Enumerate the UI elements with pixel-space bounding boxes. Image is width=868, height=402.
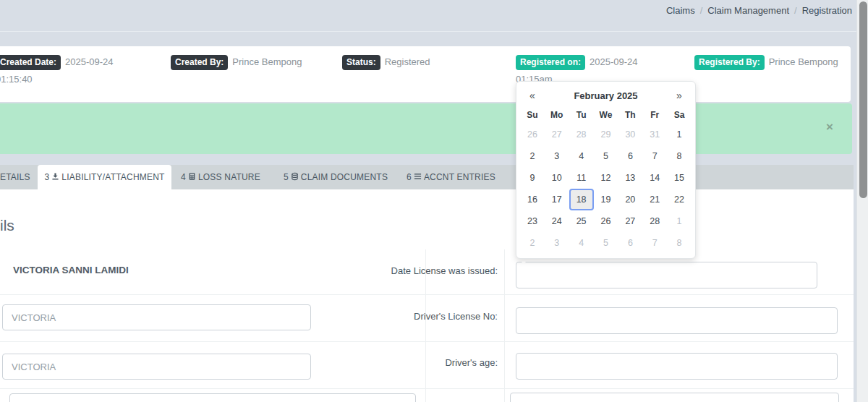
success-alert: × bbox=[0, 103, 852, 154]
tab-loss-nature[interactable]: 4LOSS NATURE bbox=[181, 165, 260, 189]
breadcrumb-separator: / bbox=[700, 5, 703, 16]
datepicker-popup: « February 2025 » SuMoTuWeThFrSa 2627282… bbox=[516, 81, 696, 259]
claims-registration-page: Claims/Claim Management/Registration Cre… bbox=[0, 0, 868, 402]
calendar-day[interactable]: 17 bbox=[545, 189, 569, 210]
calendar-day[interactable]: 8 bbox=[667, 232, 692, 254]
created-date-group: Created Date:2025-09-24 01:15:40 bbox=[0, 55, 114, 85]
registered-by-badge: Registered By: bbox=[694, 55, 765, 70]
calendar-day[interactable]: 8 bbox=[667, 145, 692, 167]
calendar-day[interactable]: 29 bbox=[594, 124, 618, 145]
calendar-day[interactable]: 5 bbox=[594, 232, 618, 254]
first-name-input[interactable] bbox=[2, 304, 311, 330]
calendar-day[interactable]: 24 bbox=[545, 210, 569, 232]
calendar-title[interactable]: February 2025 bbox=[545, 90, 667, 101]
tab-claim-documents[interactable]: 5CLAIM DOCUMENTS bbox=[273, 165, 398, 189]
created-date-value: 2025-09-24 bbox=[65, 56, 114, 67]
breadcrumb-item[interactable]: Registration bbox=[802, 5, 852, 16]
license-no-input[interactable] bbox=[516, 307, 838, 334]
calendar-dow: Su bbox=[520, 106, 545, 124]
tab-bar: ETAILS 3LIABILITY/ATTACHMENT 4LOSS NATUR… bbox=[0, 165, 854, 189]
scrollbar-thumb[interactable] bbox=[859, 1, 867, 198]
form-row-divider bbox=[0, 388, 854, 389]
bottom-right-input[interactable] bbox=[510, 393, 839, 402]
driver-age-label: Driver's age: bbox=[304, 357, 498, 368]
calendar-day[interactable]: 6 bbox=[618, 145, 642, 167]
calendar-day[interactable]: 7 bbox=[642, 232, 667, 254]
calendar-day[interactable]: 7 bbox=[642, 145, 667, 167]
calendar-day[interactable]: 9 bbox=[520, 167, 545, 189]
tab-liability-attachment[interactable]: 3LIABILITY/ATTACHMENT bbox=[38, 165, 171, 189]
calendar-day[interactable]: 30 bbox=[618, 124, 642, 145]
calendar-day[interactable]: 2 bbox=[520, 232, 545, 254]
calendar-day[interactable]: 27 bbox=[545, 124, 569, 145]
breadcrumb-separator: / bbox=[794, 5, 797, 16]
registered-by-group: Registered By:Prince Bempong bbox=[694, 55, 838, 70]
calendar-day[interactable]: 26 bbox=[594, 210, 618, 232]
calendar-day[interactable]: 28 bbox=[569, 124, 594, 145]
list-icon bbox=[412, 172, 424, 182]
date-license-input[interactable] bbox=[516, 262, 817, 288]
calendar-day[interactable]: 23 bbox=[520, 210, 545, 232]
breadcrumb-item[interactable]: Claim Management bbox=[707, 5, 789, 16]
calendar-days-grid: 2627282930311234567891011121314151617181… bbox=[520, 124, 692, 254]
calendar-day[interactable]: 1 bbox=[667, 124, 692, 145]
date-license-label: Date License was issued: bbox=[304, 265, 498, 276]
calendar-day[interactable]: 25 bbox=[569, 210, 594, 232]
bottom-left-input[interactable] bbox=[9, 393, 416, 402]
insured-name-text: VICTORIA SANNI LAMIDI bbox=[13, 265, 129, 275]
tab-accnt-entries[interactable]: 6ACCNT ENTRIES bbox=[407, 165, 495, 189]
calendar-day[interactable]: 3 bbox=[545, 232, 569, 254]
calendar-dow: Sa bbox=[667, 106, 692, 124]
calendar-day[interactable]: 21 bbox=[642, 189, 667, 210]
calendar-day[interactable]: 28 bbox=[642, 210, 667, 232]
calendar-day[interactable]: 27 bbox=[618, 210, 642, 232]
calendar-day[interactable]: 31 bbox=[642, 124, 667, 145]
calendar-next-icon[interactable]: » bbox=[667, 90, 692, 101]
calendar-day[interactable]: 19 bbox=[594, 189, 618, 210]
calculator-icon bbox=[186, 172, 198, 182]
created-by-value: Prince Bempong bbox=[232, 56, 302, 67]
created-date-badge: Created Date: bbox=[0, 55, 61, 70]
calendar-day[interactable]: 10 bbox=[545, 167, 569, 189]
calendar-dow: We bbox=[594, 106, 618, 124]
calendar-day[interactable]: 12 bbox=[594, 167, 618, 189]
calendar-prev-icon[interactable]: « bbox=[520, 90, 545, 101]
calendar-dow: Th bbox=[618, 106, 642, 124]
calendar-day[interactable]: 16 bbox=[520, 189, 545, 210]
driver-age-input[interactable] bbox=[516, 353, 838, 380]
calendar-day[interactable]: 13 bbox=[618, 167, 642, 189]
registered-on-value: 2025-09-24 bbox=[590, 56, 638, 67]
calendar-day[interactable]: 15 bbox=[667, 167, 692, 189]
other-name-input[interactable] bbox=[2, 354, 311, 380]
calendar-day[interactable]: 2 bbox=[520, 145, 545, 167]
calendar-day[interactable]: 1 bbox=[667, 210, 692, 232]
section-heading-fragment: ils bbox=[0, 217, 14, 234]
calendar-day[interactable]: 4 bbox=[569, 232, 594, 254]
breadcrumb: Claims/Claim Management/Registration bbox=[666, 5, 852, 16]
calendar-dow-row: SuMoTuWeThFrSa bbox=[520, 106, 692, 124]
breadcrumb-item[interactable]: Claims bbox=[666, 5, 695, 16]
calendar-day[interactable]: 22 bbox=[667, 189, 692, 210]
calendar-day[interactable]: 26 bbox=[520, 124, 545, 145]
calendar-dow: Fr bbox=[642, 106, 667, 124]
created-time-value: 01:15:40 bbox=[0, 73, 114, 85]
calendar-day[interactable]: 14 bbox=[642, 167, 667, 189]
calendar-day[interactable]: 11 bbox=[569, 167, 594, 189]
calendar-header: « February 2025 » bbox=[520, 85, 692, 106]
close-icon[interactable]: × bbox=[826, 121, 833, 133]
calendar-day-selected[interactable]: 18 bbox=[569, 189, 594, 210]
calendar-day[interactable]: 6 bbox=[618, 232, 642, 254]
form-column-divider bbox=[504, 249, 505, 402]
calendar-day[interactable]: 20 bbox=[618, 189, 642, 210]
calendar-day[interactable]: 4 bbox=[569, 145, 594, 167]
status-value: Registered bbox=[385, 56, 430, 67]
download-icon bbox=[49, 172, 61, 182]
calendar-day[interactable]: 5 bbox=[594, 145, 618, 167]
registered-on-badge: Registered on: bbox=[516, 55, 585, 70]
calendar-day[interactable]: 3 bbox=[545, 145, 569, 167]
registered-by-value: Prince Bempong bbox=[769, 56, 838, 67]
vertical-scrollbar[interactable] bbox=[856, 0, 868, 402]
navbar-divider bbox=[0, 31, 868, 32]
tab-details-partial[interactable]: ETAILS bbox=[0, 165, 30, 189]
calendar-dow: Tu bbox=[569, 106, 594, 124]
